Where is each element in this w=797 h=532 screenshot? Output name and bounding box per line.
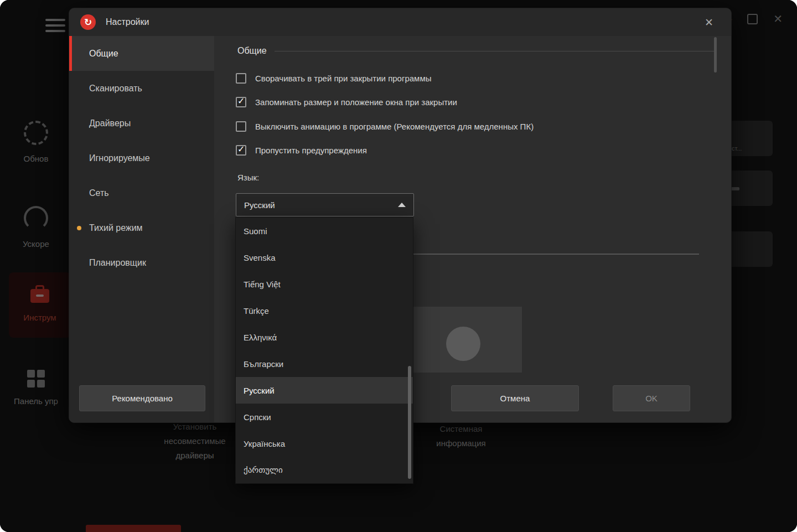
menu-item-scheduler[interactable]: Планировщик	[69, 245, 214, 280]
loading-spinner-icon	[446, 327, 480, 361]
dropdown-option-ukrainian[interactable]: Українська	[236, 430, 413, 457]
app-window: — ✕ Обнов Ускоре Инструм Панель упр х ус…	[0, 0, 797, 532]
dropdown-option-bulgarian[interactable]: Български	[236, 350, 413, 377]
app-logo-icon: ↻	[80, 14, 96, 30]
background-preview-card	[405, 307, 522, 373]
checkbox[interactable]	[236, 121, 246, 132]
language-select-value: Русский	[244, 200, 275, 210]
section-title: Общие	[237, 46, 267, 56]
menu-item-silent-mode[interactable]: Тихий режим	[69, 210, 214, 245]
menu-item-network[interactable]: Сеть	[69, 175, 214, 210]
checkbox[interactable]	[236, 97, 246, 107]
dropdown-option-serbian[interactable]: Српски	[236, 404, 413, 430]
dialog-close-icon[interactable]: ✕	[705, 16, 720, 29]
dialog-scrollbar-thumb[interactable]	[714, 37, 717, 73]
dropdown-option-greek[interactable]: Ελληνικά	[236, 324, 413, 350]
dialog-title: Настройки	[106, 17, 149, 27]
notification-dot-icon	[77, 226, 81, 230]
menu-item-label: Сканировать	[89, 84, 142, 94]
menu-item-label: Тихий режим	[89, 223, 143, 233]
dropdown-option-turkce[interactable]: Türkçe	[236, 297, 413, 324]
language-label: Язык:	[237, 173, 259, 182]
section-divider	[275, 51, 716, 51]
dropdown-option-svenska[interactable]: Svenska	[236, 244, 413, 271]
dropdown-option-suomi[interactable]: Suomi	[236, 218, 413, 244]
menu-item-label: Сеть	[89, 188, 109, 198]
dropdown-scrollbar-thumb[interactable]	[408, 366, 411, 479]
menu-item-label: Планировщик	[89, 258, 146, 268]
checkbox-label: Выключить анимацию в программе (Рекоменд…	[255, 122, 534, 131]
checkbox-row-minimize-to-tray[interactable]: Сворачивать в трей при закрытии программ…	[236, 71, 432, 85]
menu-item-ignored[interactable]: Игнорируемые	[69, 141, 214, 175]
dropdown-option-georgian[interactable]: ქართული	[236, 457, 413, 483]
checkbox-label: Сворачивать в трей при закрытии программ…	[255, 74, 432, 83]
ok-button[interactable]: OK	[613, 385, 690, 411]
menu-item-label: Общие	[89, 49, 118, 59]
recommended-button[interactable]: Рекомендовано	[79, 385, 205, 411]
language-select[interactable]: Русский	[236, 193, 414, 216]
settings-menu: Общие Сканировать Драйверы Игнорируемые …	[69, 36, 214, 422]
checkbox-label: Пропустить предупреждения	[255, 146, 367, 155]
chevron-up-icon	[398, 203, 406, 207]
menu-item-drivers[interactable]: Драйверы	[69, 106, 214, 141]
checkbox-row-remember-window[interactable]: Запоминать размер и положение окна при з…	[236, 95, 457, 109]
menu-item-general[interactable]: Общие	[69, 36, 214, 71]
checkbox-row-disable-animation[interactable]: Выключить анимацию в программе (Рекоменд…	[236, 120, 534, 133]
dropdown-option-russian[interactable]: Русский	[236, 377, 413, 404]
cancel-button[interactable]: Отмена	[451, 385, 579, 411]
checkbox-row-skip-warnings[interactable]: Пропустить предупреждения	[236, 143, 367, 157]
checkbox[interactable]	[236, 145, 246, 156]
dialog-titlebar: ↻ Настройки ✕	[69, 8, 731, 36]
checkbox[interactable]	[236, 73, 246, 84]
menu-item-scan[interactable]: Сканировать	[69, 71, 214, 106]
section-header: Общие	[237, 46, 716, 56]
menu-item-label: Драйверы	[89, 118, 131, 128]
menu-item-label: Игнорируемые	[89, 153, 150, 163]
checkbox-label: Запоминать размер и положение окна при з…	[255, 97, 457, 107]
language-dropdown-list: Suomi Svenska Tiếng Việt Türkçe Ελληνικά…	[235, 217, 413, 484]
dropdown-option-tieng-viet[interactable]: Tiếng Việt	[236, 271, 413, 297]
